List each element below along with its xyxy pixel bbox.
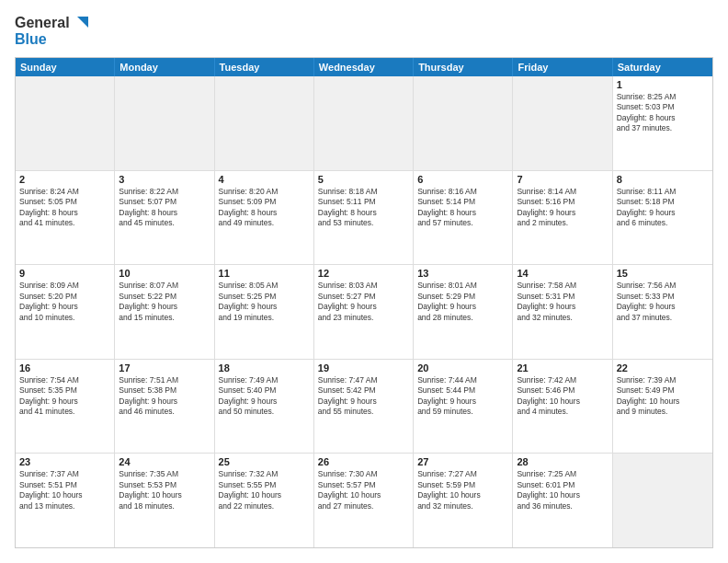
day-info: Sunrise: 7:35 AM Sunset: 5:53 PM Dayligh… [119,469,210,511]
calendar-day-22: 22Sunrise: 7:39 AM Sunset: 5:49 PM Dayli… [613,360,712,454]
calendar-day-17: 17Sunrise: 7:51 AM Sunset: 5:38 PM Dayli… [115,360,214,454]
calendar-day-1: 1Sunrise: 8:25 AM Sunset: 5:03 PM Daylig… [613,76,712,170]
calendar-header: SundayMondayTuesdayWednesdayThursdayFrid… [16,58,712,76]
calendar-day-19: 19Sunrise: 7:47 AM Sunset: 5:42 PM Dayli… [314,360,414,454]
day-info: Sunrise: 8:03 AM Sunset: 5:27 PM Dayligh… [318,281,409,323]
day-info: Sunrise: 8:18 AM Sunset: 5:11 PM Dayligh… [318,187,409,229]
day-number: 21 [517,362,608,373]
day-header-friday: Friday [513,58,612,76]
day-info: Sunrise: 8:16 AM Sunset: 5:14 PM Dayligh… [417,187,508,229]
calendar-day-empty [16,76,115,170]
calendar-week-2: 2Sunrise: 8:24 AM Sunset: 5:05 PM Daylig… [16,170,712,265]
calendar-week-1: 1Sunrise: 8:25 AM Sunset: 5:03 PM Daylig… [16,76,712,170]
day-info: Sunrise: 7:39 AM Sunset: 5:49 PM Dayligh… [617,375,709,418]
day-number: 8 [617,174,709,185]
day-info: Sunrise: 7:51 AM Sunset: 5:38 PM Dayligh… [119,375,210,418]
day-info: Sunrise: 7:25 AM Sunset: 6:01 PM Dayligh… [517,469,608,511]
day-number: 18 [219,362,310,373]
calendar-day-18: 18Sunrise: 7:49 AM Sunset: 5:40 PM Dayli… [215,360,314,454]
calendar-day-empty [115,76,214,170]
calendar-day-20: 20Sunrise: 7:44 AM Sunset: 5:44 PM Dayli… [414,360,513,454]
day-info: Sunrise: 8:09 AM Sunset: 5:20 PM Dayligh… [19,281,110,323]
calendar-day-empty [414,76,513,170]
logo-text-general: General [15,15,70,31]
day-info: Sunrise: 8:05 AM Sunset: 5:25 PM Dayligh… [219,281,310,323]
page: General Blue SundayMondayTuesdayWednesda… [0,0,728,563]
day-number: 2 [19,174,110,185]
calendar-day-6: 6Sunrise: 8:16 AM Sunset: 5:14 PM Daylig… [414,171,513,265]
day-info: Sunrise: 7:49 AM Sunset: 5:40 PM Dayligh… [219,375,310,418]
day-number: 11 [219,268,310,279]
day-header-tuesday: Tuesday [215,58,314,76]
day-number: 15 [617,268,709,279]
calendar-day-25: 25Sunrise: 7:32 AM Sunset: 5:55 PM Dayli… [215,454,314,547]
calendar-day-10: 10Sunrise: 8:07 AM Sunset: 5:22 PM Dayli… [115,265,214,359]
day-info: Sunrise: 8:24 AM Sunset: 5:05 PM Dayligh… [19,187,110,229]
day-info: Sunrise: 7:32 AM Sunset: 5:55 PM Dayligh… [219,469,310,511]
calendar-day-9: 9Sunrise: 8:09 AM Sunset: 5:20 PM Daylig… [16,265,115,359]
day-info: Sunrise: 7:47 AM Sunset: 5:42 PM Dayligh… [318,375,409,418]
calendar-day-2: 2Sunrise: 8:24 AM Sunset: 5:05 PM Daylig… [16,171,115,265]
calendar-body: 1Sunrise: 8:25 AM Sunset: 5:03 PM Daylig… [16,76,712,547]
calendar-day-23: 23Sunrise: 7:37 AM Sunset: 5:51 PM Dayli… [16,454,115,547]
day-number: 26 [318,456,409,467]
day-number: 28 [517,456,608,467]
day-header-wednesday: Wednesday [314,58,414,76]
calendar-day-empty [314,76,414,170]
calendar-day-14: 14Sunrise: 7:58 AM Sunset: 5:31 PM Dayli… [513,265,612,359]
calendar-day-28: 28Sunrise: 7:25 AM Sunset: 6:01 PM Dayli… [513,454,612,547]
logo-text-blue: Blue [15,31,47,48]
day-info: Sunrise: 7:58 AM Sunset: 5:31 PM Dayligh… [517,281,608,323]
day-number: 6 [417,174,508,185]
calendar-day-12: 12Sunrise: 8:03 AM Sunset: 5:27 PM Dayli… [314,265,414,359]
day-header-saturday: Saturday [613,58,712,76]
day-number: 16 [19,362,110,373]
day-header-monday: Monday [115,58,214,76]
calendar-day-11: 11Sunrise: 8:05 AM Sunset: 5:25 PM Dayli… [215,265,314,359]
day-number: 23 [19,456,110,467]
calendar: SundayMondayTuesdayWednesdayThursdayFrid… [15,57,713,548]
day-number: 5 [318,174,409,185]
day-info: Sunrise: 7:42 AM Sunset: 5:46 PM Dayligh… [517,375,608,418]
calendar-day-empty [613,454,712,547]
calendar-day-3: 3Sunrise: 8:22 AM Sunset: 5:07 PM Daylig… [115,171,214,265]
day-number: 4 [219,174,310,185]
day-number: 14 [517,268,608,279]
day-info: Sunrise: 8:25 AM Sunset: 5:03 PM Dayligh… [617,92,709,134]
day-number: 1 [617,79,709,90]
calendar-day-7: 7Sunrise: 8:14 AM Sunset: 5:16 PM Daylig… [513,171,612,265]
day-header-sunday: Sunday [16,58,115,76]
day-number: 24 [119,456,210,467]
day-info: Sunrise: 8:07 AM Sunset: 5:22 PM Dayligh… [119,281,210,323]
day-number: 12 [318,268,409,279]
calendar-day-16: 16Sunrise: 7:54 AM Sunset: 5:35 PM Dayli… [16,360,115,454]
calendar-day-15: 15Sunrise: 7:56 AM Sunset: 5:33 PM Dayli… [613,265,712,359]
day-info: Sunrise: 8:20 AM Sunset: 5:09 PM Dayligh… [219,187,310,229]
svg-marker-0 [77,17,88,28]
calendar-day-26: 26Sunrise: 7:30 AM Sunset: 5:57 PM Dayli… [314,454,414,547]
day-info: Sunrise: 7:27 AM Sunset: 5:59 PM Dayligh… [417,469,508,511]
day-info: Sunrise: 7:44 AM Sunset: 5:44 PM Dayligh… [417,375,508,418]
calendar-week-4: 16Sunrise: 7:54 AM Sunset: 5:35 PM Dayli… [16,359,712,454]
day-info: Sunrise: 8:14 AM Sunset: 5:16 PM Dayligh… [517,187,608,229]
day-info: Sunrise: 7:54 AM Sunset: 5:35 PM Dayligh… [19,375,110,418]
day-number: 13 [417,268,508,279]
calendar-day-27: 27Sunrise: 7:27 AM Sunset: 5:59 PM Dayli… [414,454,513,547]
day-number: 25 [219,456,310,467]
day-number: 17 [119,362,210,373]
calendar-week-5: 23Sunrise: 7:37 AM Sunset: 5:51 PM Dayli… [16,453,712,547]
day-info: Sunrise: 8:11 AM Sunset: 5:18 PM Dayligh… [617,187,709,229]
day-number: 22 [617,362,709,373]
day-info: Sunrise: 7:30 AM Sunset: 5:57 PM Dayligh… [318,469,409,511]
day-number: 20 [417,362,508,373]
day-number: 27 [417,456,508,467]
logo-arrow-icon [72,15,88,31]
header: General Blue [15,15,713,48]
day-number: 19 [318,362,409,373]
calendar-day-8: 8Sunrise: 8:11 AM Sunset: 5:18 PM Daylig… [613,171,712,265]
day-header-thursday: Thursday [414,58,513,76]
day-number: 3 [119,174,210,185]
calendar-day-5: 5Sunrise: 8:18 AM Sunset: 5:11 PM Daylig… [314,171,414,265]
day-info: Sunrise: 7:56 AM Sunset: 5:33 PM Dayligh… [617,281,709,323]
day-info: Sunrise: 8:22 AM Sunset: 5:07 PM Dayligh… [119,187,210,229]
